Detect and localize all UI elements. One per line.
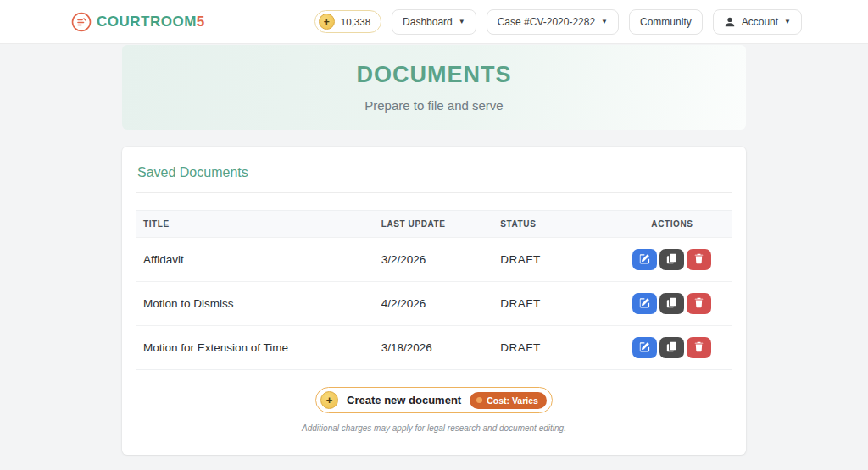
document-title: Motion for Extension of Time [136, 326, 375, 370]
create-new-document-label: Create new document [347, 394, 461, 406]
chevron-down-icon: ▼ [459, 18, 465, 25]
case-dropdown[interactable]: Case #CV-2020-2282 ▼ [487, 9, 619, 35]
column-header-status: Status [493, 211, 613, 238]
dashboard-dropdown[interactable]: Dashboard ▼ [392, 9, 476, 35]
chevron-down-icon: ▼ [784, 18, 791, 25]
edit-button[interactable] [632, 337, 657, 358]
logo[interactable]: COURTROOM5 [71, 12, 205, 32]
delete-button[interactable] [687, 337, 711, 358]
coin-plus-icon: + [320, 391, 338, 409]
coin-plus-icon: + [319, 14, 335, 30]
document-last-update: 4/2/2026 [375, 282, 494, 326]
account-label: Account [742, 16, 778, 28]
copy-button[interactable] [659, 337, 684, 358]
courtroom5-gavel-icon [71, 12, 92, 32]
logo-wordmark: COURTROOM5 [97, 14, 205, 30]
page-title: DOCUMENTS [357, 62, 512, 88]
document-title: Motion to Dismiss [136, 282, 375, 326]
community-label: Community [640, 16, 692, 28]
nav-actions: + 10,338 Dashboard ▼ Case #CV-2020-2282 … [314, 9, 802, 35]
edit-button[interactable] [632, 293, 657, 314]
delete-button[interactable] [687, 293, 711, 314]
table-row: Motion for Extension of Time 3/18/2026 D… [136, 326, 732, 370]
document-last-update: 3/2/2026 [375, 238, 494, 282]
cost-badge: Cost: Varies [470, 392, 547, 409]
column-header-last-update: Last update [375, 211, 494, 238]
pencil-square-icon [639, 253, 650, 267]
case-label: Case #CV-2020-2282 [498, 16, 595, 28]
charges-footnote: Additional charges may apply for legal r… [136, 423, 732, 433]
trash-icon [693, 341, 704, 355]
edit-button[interactable] [632, 249, 657, 270]
row-actions [632, 293, 711, 314]
credits-badge[interactable]: + 10,338 [314, 10, 381, 33]
row-actions [632, 249, 711, 270]
community-button[interactable]: Community [629, 9, 703, 35]
documents-table: Title Last update Status Actions Affidav… [136, 210, 732, 370]
page-header-banner: DOCUMENTS Prepare to file and serve [122, 45, 746, 130]
cost-badge-label: Cost: Varies [487, 395, 538, 406]
chevron-down-icon: ▼ [601, 18, 608, 25]
account-dropdown[interactable]: Account ▼ [713, 9, 802, 35]
coin-dot-icon [476, 397, 482, 403]
status-badge: Draft [493, 282, 613, 326]
column-header-title: Title [136, 211, 375, 238]
trash-icon [693, 297, 704, 311]
delete-button[interactable] [687, 249, 711, 270]
trash-icon [693, 253, 704, 267]
pencil-square-icon [639, 297, 650, 311]
pencil-square-icon [639, 341, 650, 355]
person-icon [724, 16, 736, 28]
copy-icon [666, 297, 677, 311]
table-header-row: Title Last update Status Actions [136, 211, 732, 238]
copy-button[interactable] [659, 293, 684, 314]
table-row: Affidavit 3/2/2026 Draft [136, 238, 732, 282]
card-heading: Saved Documents [136, 160, 732, 192]
copy-icon [666, 341, 677, 355]
divider [136, 192, 732, 193]
top-nav: COURTROOM5 + 10,338 Dashboard ▼ Case #CV… [0, 0, 868, 44]
credits-count: 10,338 [341, 17, 370, 27]
table-row: Motion to Dismiss 4/2/2026 Draft [136, 282, 732, 326]
status-badge: Draft [493, 326, 613, 370]
copy-icon [666, 253, 677, 267]
dashboard-label: Dashboard [403, 16, 453, 28]
status-badge: Draft [493, 238, 613, 282]
document-last-update: 3/18/2026 [375, 326, 494, 370]
page-subtitle: Prepare to file and serve [364, 98, 503, 113]
row-actions [632, 337, 711, 358]
copy-button[interactable] [659, 249, 684, 270]
column-header-actions: Actions [613, 211, 732, 238]
saved-documents-card: Saved Documents Title Last update Status… [122, 147, 746, 455]
create-new-document-button[interactable]: + Create new document Cost: Varies [315, 387, 553, 413]
document-title: Affidavit [136, 238, 375, 282]
